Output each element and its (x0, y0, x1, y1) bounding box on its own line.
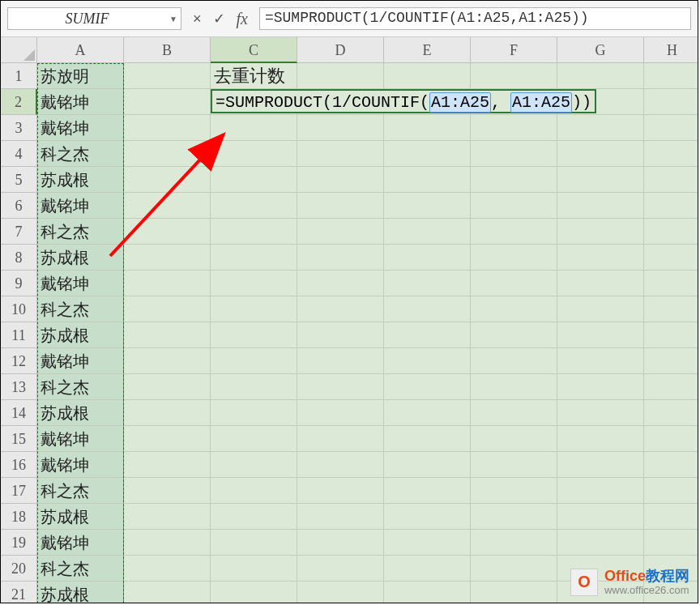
cell-C10[interactable] (211, 296, 297, 322)
cell-G10[interactable] (557, 296, 644, 322)
cell-F8[interactable] (471, 245, 557, 271)
cell-A16[interactable]: 戴铭坤 (37, 452, 124, 478)
cell-A12[interactable]: 戴铭坤 (37, 348, 124, 374)
cell-B2[interactable] (124, 89, 211, 115)
cell-E21[interactable] (384, 582, 471, 603)
cancel-icon[interactable]: × (193, 11, 202, 28)
cell-B1[interactable] (124, 63, 211, 89)
cell-B5[interactable] (124, 167, 211, 193)
cell-H18[interactable] (644, 504, 698, 530)
cell-F3[interactable] (471, 115, 557, 141)
cell-F5[interactable] (471, 167, 557, 193)
cell-F12[interactable] (471, 348, 557, 374)
cell-D7[interactable] (297, 219, 384, 245)
cell-F20[interactable] (471, 556, 557, 582)
cell-F21[interactable] (471, 582, 557, 603)
cell-F7[interactable] (471, 219, 557, 245)
cell-A18[interactable]: 苏成根 (37, 504, 124, 530)
cell-H6[interactable] (644, 193, 698, 219)
cell-A17[interactable]: 科之杰 (37, 478, 124, 504)
cells-area[interactable]: 苏放明去重计数戴铭坤戴铭坤科之杰苏成根戴铭坤科之杰苏成根戴铭坤科之杰苏成根戴铭坤… (37, 63, 698, 603)
row-header-21[interactable]: 21 (1, 582, 37, 603)
cell-G11[interactable] (557, 322, 644, 348)
cell-H13[interactable] (644, 374, 698, 400)
name-box[interactable]: SUMIF ▼ (7, 7, 181, 30)
row-header-18[interactable]: 18 (1, 504, 37, 530)
cell-E19[interactable] (384, 530, 471, 556)
cell-C7[interactable] (211, 219, 297, 245)
row-header-12[interactable]: 12 (1, 348, 37, 374)
cell-D8[interactable] (297, 245, 384, 271)
cell-D3[interactable] (297, 115, 384, 141)
row-header-8[interactable]: 8 (1, 245, 37, 271)
cell-G14[interactable] (557, 400, 644, 426)
cell-H11[interactable] (644, 322, 698, 348)
cell-C20[interactable] (211, 556, 297, 582)
cell-B13[interactable] (124, 374, 211, 400)
cell-B16[interactable] (124, 452, 211, 478)
cell-A9[interactable]: 戴铭坤 (37, 271, 124, 296)
cell-A13[interactable]: 科之杰 (37, 374, 124, 400)
row-header-20[interactable]: 20 (1, 556, 37, 582)
cell-G15[interactable] (557, 426, 644, 452)
cell-F9[interactable] (471, 271, 557, 296)
cell-A4[interactable]: 科之杰 (37, 141, 124, 167)
cell-D14[interactable] (297, 400, 384, 426)
cell-B7[interactable] (124, 219, 211, 245)
row-header-14[interactable]: 14 (1, 400, 37, 426)
cell-A11[interactable]: 苏成根 (37, 322, 124, 348)
cell-A8[interactable]: 苏成根 (37, 245, 124, 271)
cell-B4[interactable] (124, 141, 211, 167)
cell-C16[interactable] (211, 452, 297, 478)
row-header-3[interactable]: 3 (1, 115, 37, 141)
cell-E14[interactable] (384, 400, 471, 426)
cell-F18[interactable] (471, 504, 557, 530)
cell-D12[interactable] (297, 348, 384, 374)
cell-B12[interactable] (124, 348, 211, 374)
cell-F19[interactable] (471, 530, 557, 556)
cell-F14[interactable] (471, 400, 557, 426)
cell-C13[interactable] (211, 374, 297, 400)
cell-B19[interactable] (124, 530, 211, 556)
name-box-dropdown-icon[interactable]: ▼ (166, 15, 181, 23)
cell-D21[interactable] (297, 582, 384, 603)
cell-H9[interactable] (644, 271, 698, 296)
cell-B21[interactable] (124, 582, 211, 603)
row-header-5[interactable]: 5 (1, 167, 37, 193)
cell-B17[interactable] (124, 478, 211, 504)
cell-E20[interactable] (384, 556, 471, 582)
cell-B14[interactable] (124, 400, 211, 426)
cell-H14[interactable] (644, 400, 698, 426)
cell-H4[interactable] (644, 141, 698, 167)
cell-H16[interactable] (644, 452, 698, 478)
cell-C3[interactable] (211, 115, 297, 141)
cell-A19[interactable]: 戴铭坤 (37, 530, 124, 556)
cell-E15[interactable] (384, 426, 471, 452)
cell-H2[interactable] (644, 89, 698, 115)
cell-D5[interactable] (297, 167, 384, 193)
column-header-A[interactable]: A (37, 37, 124, 63)
cell-D17[interactable] (297, 478, 384, 504)
cell-H8[interactable] (644, 245, 698, 271)
cell-D18[interactable] (297, 504, 384, 530)
cell-H3[interactable] (644, 115, 698, 141)
cell-B20[interactable] (124, 556, 211, 582)
spreadsheet-grid[interactable]: ABCDEFGH 1234567891011121314151617181920… (1, 37, 698, 603)
cell-E5[interactable] (384, 167, 471, 193)
cell-D4[interactable] (297, 141, 384, 167)
cell-A15[interactable]: 戴铭坤 (37, 426, 124, 452)
cell-C6[interactable] (211, 193, 297, 219)
cell-G13[interactable] (557, 374, 644, 400)
cell-E9[interactable] (384, 271, 471, 296)
cell-F16[interactable] (471, 452, 557, 478)
row-header-4[interactable]: 4 (1, 141, 37, 167)
cell-F6[interactable] (471, 193, 557, 219)
cell-D11[interactable] (297, 322, 384, 348)
cell-B8[interactable] (124, 245, 211, 271)
row-header-11[interactable]: 11 (1, 322, 37, 348)
cell-E1[interactable] (384, 63, 471, 89)
cell-C8[interactable] (211, 245, 297, 271)
cell-A3[interactable]: 戴铭坤 (37, 115, 124, 141)
cell-G19[interactable] (557, 530, 644, 556)
cell-A21[interactable]: 苏成根 (37, 582, 124, 603)
